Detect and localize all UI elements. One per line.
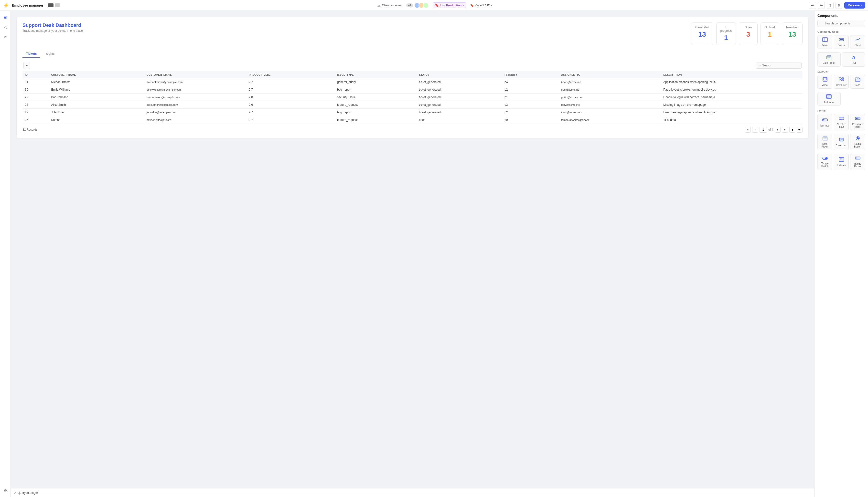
settings-button[interactable]: ⚙ <box>836 2 842 9</box>
tabs-icon <box>855 77 860 83</box>
release-button[interactable]: Release › <box>844 2 865 9</box>
cell-desc: Application crashes when opening the 'S <box>661 79 802 86</box>
date-picker-2-icon <box>823 136 827 142</box>
component-textarea[interactable]: T Textarea <box>834 154 849 170</box>
first-page-button[interactable]: « <box>745 127 751 133</box>
next-page-button[interactable]: › <box>775 127 781 133</box>
cell-status: ticket_generated <box>417 109 502 116</box>
stat-open-label: Open <box>743 26 753 29</box>
table-search-input[interactable] <box>762 64 799 67</box>
download-button[interactable]: ⬇ <box>789 127 795 133</box>
cell-name: Bob Johnson <box>48 94 144 101</box>
view-mode-tablet[interactable] <box>55 3 60 7</box>
component-button-label: Button <box>838 44 845 47</box>
cell-status: open <box>417 116 502 124</box>
components-search-input[interactable] <box>817 20 865 27</box>
listview-grid: List View <box>817 92 865 106</box>
last-page-button[interactable]: » <box>782 127 788 133</box>
svg-point-23 <box>841 78 842 79</box>
view-mode-desktop[interactable] <box>48 3 54 7</box>
component-list-view[interactable]: List View <box>817 92 841 106</box>
cell-version: 2.8 <box>246 94 335 101</box>
component-password-input[interactable]: Password Input <box>850 114 865 130</box>
cell-email: michael.brown@example.com <box>144 79 247 86</box>
date-text-grid: Date Picker A Text <box>817 52 865 67</box>
app-logo-icon: ⚡ <box>3 2 9 8</box>
cell-assigned: ben@acme.inc <box>559 86 661 94</box>
component-toggle-switch[interactable]: Toggle Switch <box>817 154 832 170</box>
commonly-used-grid: Table Button Chart <box>817 35 865 49</box>
undo-button[interactable]: ↩ <box>809 2 816 9</box>
svg-point-45 <box>824 139 824 139</box>
cell-name: Michael Brown <box>48 79 144 86</box>
component-container[interactable]: Container <box>834 75 849 89</box>
component-text[interactable]: A Text <box>842 52 865 67</box>
cell-name: Emily Williams <box>48 86 144 94</box>
svg-point-9 <box>859 38 860 39</box>
sidebar-item-settings[interactable]: ⚙ <box>1 486 10 495</box>
visibility-button[interactable]: 👁 <box>797 127 802 133</box>
version-selector[interactable]: 🔖 Ver v.1.012 ▾ <box>470 4 492 7</box>
pages-icon: ▣ <box>3 15 7 19</box>
query-manager[interactable]: ⤢ Query manager <box>14 491 38 495</box>
stat-generated-label: Generated <box>695 26 709 29</box>
component-chart[interactable]: Chart <box>850 35 865 49</box>
redo-button[interactable]: ↪ <box>818 2 825 9</box>
tabs-label: Tabs <box>855 84 860 86</box>
svg-point-16 <box>830 57 830 58</box>
password-input-label: Password Input <box>851 123 864 128</box>
sidebar-item-pages[interactable]: ▣ <box>1 13 10 22</box>
modal-label: Modal <box>822 84 828 86</box>
cell-assigned: kevin@acme.inc <box>559 79 661 86</box>
component-modal[interactable]: Modal <box>817 75 832 89</box>
cell-name: Alice Smith <box>48 101 144 109</box>
cell-status: ticket_generated <box>417 101 502 109</box>
filter-button[interactable]: ▼ <box>24 62 30 69</box>
range-picker-label: Range Picker <box>851 162 864 168</box>
cell-desc: Page layout is broken on mobile devices <box>661 86 802 94</box>
cell-issue: security_issue <box>335 94 417 101</box>
tab-tickets[interactable]: Tickets <box>23 50 40 58</box>
component-date-picker[interactable]: Date Picker <box>817 52 841 67</box>
cell-id: 31 <box>23 79 48 86</box>
cell-id: 27 <box>23 109 48 116</box>
sidebar-item-queries[interactable]: ✳ <box>1 32 10 41</box>
ver-icon: 🔖 <box>470 4 474 7</box>
tab-insights[interactable]: Insights <box>40 50 58 58</box>
svg-point-47 <box>826 139 826 139</box>
cell-email: bob.johnson@example.com <box>144 94 247 101</box>
container-label: Container <box>836 84 846 86</box>
settings-icon: ⚙ <box>4 488 7 493</box>
component-number-input[interactable]: 1_ Number Input <box>834 114 849 130</box>
page-number-input[interactable] <box>759 127 767 133</box>
cell-version: 2.7 <box>246 109 335 116</box>
cell-priority: p2 <box>502 86 559 94</box>
component-date-picker-2[interactable]: Date Picker <box>817 134 832 150</box>
total-pages: of 4 <box>768 128 773 131</box>
component-table[interactable]: Table <box>817 35 832 49</box>
cloud-save-icon: ☁ <box>377 3 381 7</box>
share-button[interactable]: ⬆ <box>827 2 834 9</box>
components-icon: ◁ <box>4 25 7 29</box>
col-id: ID <box>23 71 48 79</box>
records-count: 31 Records <box>23 128 37 131</box>
svg-point-26 <box>842 80 843 81</box>
env-selector[interactable]: 🔖 Env Production ▾ <box>433 2 466 8</box>
checkbox-label: Checkbox <box>836 144 846 147</box>
component-checkbox[interactable]: Checkbox <box>834 134 849 150</box>
checkbox-icon <box>839 138 844 143</box>
cell-id: 30 <box>23 86 48 94</box>
cell-issue: feature_request <box>335 116 417 124</box>
component-button[interactable]: Button <box>834 35 849 49</box>
cell-issue: bug_report <box>335 86 417 94</box>
components-panel-title: Components <box>817 14 865 18</box>
component-text-input[interactable]: T_ Text Input <box>817 114 832 130</box>
component-range-picker[interactable]: Range Picker <box>850 154 865 170</box>
sidebar-item-components[interactable]: ◁ <box>1 23 10 31</box>
topbar: ⚡ Employee manager ☁ Changes saved +2 🔖 … <box>0 0 868 11</box>
component-radio-button[interactable]: Radio Button <box>850 134 865 150</box>
component-tabs[interactable]: Tabs <box>850 75 865 89</box>
table-body: 31Michael Brownmichael.brown@example.com… <box>23 79 802 124</box>
prev-page-button[interactable]: ‹ <box>752 127 758 133</box>
topbar-view-controls <box>48 3 60 7</box>
